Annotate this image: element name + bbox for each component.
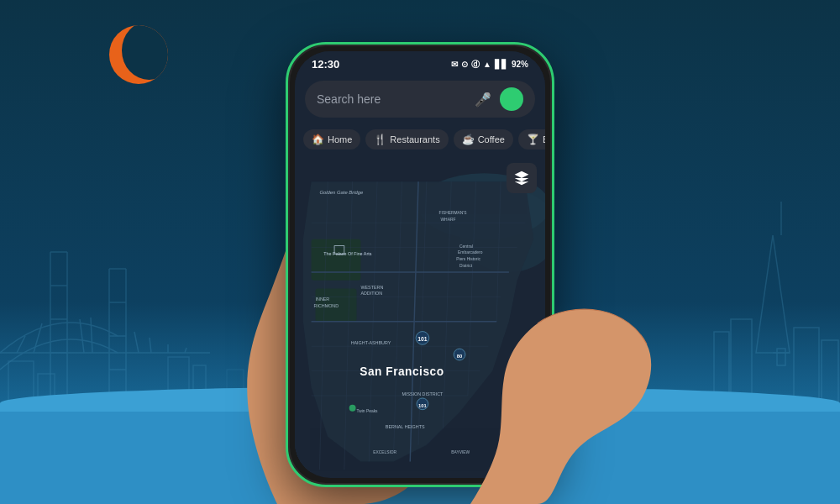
bar-icon: 🍸 — [527, 134, 539, 145]
svg-line-17 — [134, 332, 139, 353]
vpn-icon: ⓓ — [471, 59, 480, 71]
chip-home[interactable]: 🏠 Home — [303, 129, 360, 150]
green-dot-button[interactable] — [500, 87, 523, 111]
search-input[interactable]: Search here — [317, 92, 466, 106]
chip-coffee[interactable]: ☕ Coffee — [454, 129, 513, 150]
svg-line-18 — [150, 338, 151, 353]
svg-text:The Palace Of Fine Arts: The Palace Of Fine Arts — [323, 251, 371, 256]
category-chips-row: 🏠 Home 🍴 Restaurants ☕ Coffee 🍸 B... — [295, 124, 545, 155]
svg-text:MISSION DISTRICT: MISSION DISTRICT — [402, 391, 444, 396]
coffee-icon: ☕ — [462, 134, 475, 145]
svg-text:FISHERMAN'S: FISHERMAN'S — [439, 211, 468, 215]
status-bar: 12:30 ✉ ⊙ ⓓ ▲ ▋▋ 92% — [295, 51, 545, 74]
svg-text:WHARF: WHARF — [441, 218, 456, 222]
svg-point-80 — [349, 405, 356, 412]
svg-text:HAIGHT-ASHBURY: HAIGHT-ASHBURY — [351, 340, 391, 345]
svg-line-13 — [17, 336, 25, 353]
background: 12:30 ✉ ⊙ ⓓ ▲ ▋▋ 92% Search here 🎤 — [0, 0, 840, 504]
svg-line-20 — [185, 348, 186, 353]
svg-text:RICHMOND: RICHMOND — [314, 303, 339, 308]
svg-line-14 — [34, 323, 42, 353]
location-icon: ⊙ — [461, 60, 468, 69]
svg-rect-31 — [777, 349, 785, 365]
search-bar[interactable]: Search here 🎤 — [305, 81, 535, 118]
chip-restaurants-label: Restaurants — [390, 134, 439, 144]
svg-marker-25 — [756, 235, 790, 353]
svg-line-16 — [91, 318, 92, 353]
email-icon: ✉ — [451, 60, 458, 69]
status-icons: ✉ ⊙ ⓓ ▲ ▋▋ 92% — [451, 59, 528, 71]
svg-text:80: 80 — [457, 354, 463, 359]
wifi-icon: ▲ — [483, 60, 491, 69]
svg-text:WESTERN: WESTERN — [360, 285, 383, 290]
svg-rect-38 — [312, 239, 361, 281]
battery-level: 92% — [512, 60, 528, 69]
hand-right — [470, 185, 655, 504]
restaurant-icon: 🍴 — [374, 134, 386, 145]
svg-text:Twin Peaks: Twin Peaks — [357, 409, 379, 413]
chip-bars[interactable]: 🍸 B... — [518, 129, 545, 150]
moon-decoration — [109, 25, 168, 84]
search-bar-area: Search here 🎤 — [295, 74, 545, 124]
svg-line-15 — [80, 319, 84, 353]
svg-text:101: 101 — [417, 336, 428, 342]
mic-icon[interactable]: 🎤 — [475, 92, 491, 108]
home-icon: 🏠 — [312, 134, 324, 145]
svg-text:Golden Gate Bridge: Golden Gate Bridge — [319, 190, 364, 195]
svg-text:EXCELSIOR: EXCELSIOR — [373, 450, 396, 454]
svg-text:BAYVIEW: BAYVIEW — [451, 450, 470, 454]
svg-text:BERNAL HEIGHTS: BERNAL HEIGHTS — [386, 424, 425, 429]
signal-icon: ▋▋ — [495, 60, 508, 69]
svg-text:San Francisco: San Francisco — [360, 365, 444, 378]
svg-text:101: 101 — [418, 403, 428, 408]
svg-text:ADDITION: ADDITION — [360, 291, 382, 296]
svg-text:INNER: INNER — [316, 297, 330, 302]
chip-bars-label: B... — [543, 134, 545, 144]
chip-coffee-label: Coffee — [478, 134, 505, 144]
status-time: 12:30 — [312, 58, 339, 71]
chip-home-label: Home — [328, 134, 352, 144]
chip-restaurants[interactable]: 🍴 Restaurants — [365, 129, 448, 150]
